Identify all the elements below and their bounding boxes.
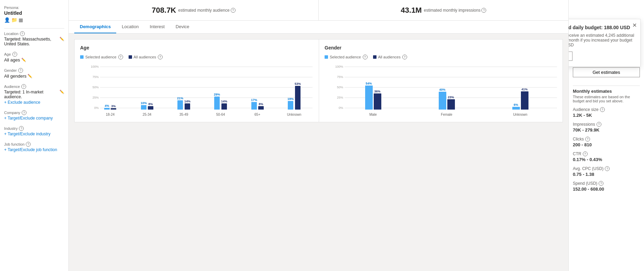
impressions-label: estimated monthly impressions ? <box>424 8 487 13</box>
age-value: All ages ✏️ <box>4 57 64 63</box>
person-icon: 👤 <box>4 17 10 23</box>
audience-number: 708.7K <box>152 6 176 15</box>
impressions-number: 43.1M <box>401 6 422 15</box>
impressions-metric-info-icon[interactable]: ? <box>481 8 486 13</box>
get-estimates-button[interactable]: Get estimates <box>573 67 640 77</box>
age-legend-all-info[interactable]: ? <box>158 55 163 59</box>
avg-cpc-label: Avg. CPC (USD) ? <box>573 166 640 171</box>
persona-icons: 👤 📁 ▦ <box>4 17 64 23</box>
age-bar-chart: 100% 75% 50% 25% 0% 4%3%10%8%21%14%29%14… <box>80 65 313 116</box>
spend-label: Spend (USD) ? <box>573 181 640 186</box>
jobfunction-info-icon[interactable]: ? <box>26 142 31 147</box>
audience-size-section: Audience size ? 1.2K - 5K <box>573 107 640 118</box>
audience-info-icon[interactable]: ? <box>21 84 26 89</box>
selected-dot <box>80 55 84 59</box>
impressions-section-value: 70K - 279.9K <box>573 127 640 133</box>
location-label: Location ? <box>4 31 64 36</box>
age-label: Age ? <box>4 52 64 57</box>
gender-label: Gender ? <box>4 68 64 73</box>
target-exclude-company-button[interactable]: + Target/Exclude company <box>4 116 64 121</box>
avg-cpc-info-icon[interactable]: ? <box>605 166 610 171</box>
persona-section: Persona: Untitled 👤 📁 ▦ <box>4 5 64 23</box>
ctr-section: CTR ? 0.17% - 0.43% <box>573 151 640 162</box>
spend-info-icon[interactable]: ? <box>599 181 603 186</box>
jobfunction-label: Job function ? <box>4 142 64 147</box>
age-legend-selected: Selected audience ? <box>80 55 123 59</box>
age-legend-all: All audiences ? <box>129 55 163 59</box>
age-edit-icon[interactable]: ✏️ <box>21 58 26 62</box>
age-chart-title: Age <box>80 45 313 50</box>
age-legend-selected-info[interactable]: ? <box>118 55 123 59</box>
industry-info-icon[interactable]: ? <box>19 126 24 131</box>
avg-cpc-value: 0.75 - 1.38 <box>573 172 640 177</box>
persona-label: Persona: <box>4 5 64 10</box>
audience-value: Targeted: 1 In-market audience. <box>4 90 58 99</box>
tab-demographics[interactable]: Demographics <box>74 21 116 33</box>
company-info-icon[interactable]: ? <box>22 110 26 115</box>
company-section: Company ? + Target/Exclude company <box>4 110 64 121</box>
location-info-icon[interactable]: ? <box>20 31 25 36</box>
gender-edit-icon[interactable]: ✏️ <box>28 74 32 78</box>
audience-size-value: 1.2K - 5K <box>573 113 640 118</box>
target-exclude-jobfunction-button[interactable]: + Target/Exclude job function <box>4 147 64 152</box>
age-chart-panel: Age Selected audience ? All audiences ? <box>75 39 318 122</box>
age-info-icon[interactable]: ? <box>12 52 17 57</box>
industry-section: Industry ? + Target/Exclude industry <box>4 126 64 136</box>
audience-metric: 708.7K estimated monthly audience ? <box>69 0 319 20</box>
industry-label: Industry ? <box>4 126 64 131</box>
spend-value: 152.00 - 608.00 <box>573 187 640 192</box>
avg-cpc-section: Avg. CPC (USD) ? 0.75 - 1.38 <box>573 166 640 177</box>
folder-icon: 📁 <box>11 17 17 23</box>
audience-size-info-icon[interactable]: ? <box>600 107 605 112</box>
all-dot <box>129 55 132 59</box>
impressions-metric: 43.1M estimated monthly impressions ? <box>319 0 568 20</box>
popup-close-button[interactable]: ✕ <box>632 22 637 29</box>
monthly-sub: These estimates are based on the budget … <box>573 95 640 103</box>
gender-info-icon[interactable]: ? <box>18 68 23 73</box>
audience-size-label: Audience size ? <box>573 107 640 112</box>
exclude-audience-button[interactable]: + Exclude audience <box>4 100 64 105</box>
audience-section: Audience ? Targeted: 1 In-market audienc… <box>4 84 64 105</box>
gender-chart-panel: Gender Selected audience ? All audiences… <box>319 39 563 122</box>
audience-edit-icon[interactable]: ✏️ <box>59 90 64 94</box>
apply-button[interactable]: ✓ Apply <box>568 52 572 61</box>
target-exclude-industry-button[interactable]: + Target/Exclude industry <box>4 132 64 136</box>
audience-metric-info-icon[interactable]: ? <box>231 8 236 13</box>
ctr-value: 0.17% - 0.43% <box>573 157 640 162</box>
popup-body: You could receive an estimated 4,245 add… <box>568 33 635 47</box>
clicks-value: 200 - 810 <box>573 142 640 147</box>
gender-chart-legend: Selected audience ? All audiences ? <box>325 55 557 59</box>
gender-legend-selected-info[interactable]: ? <box>363 55 368 59</box>
impressions-section-label: Impressions ? <box>573 122 640 127</box>
gender-value: All genders ✏️ <box>4 74 64 79</box>
gender-legend-all-info[interactable]: ? <box>402 55 407 59</box>
impressions-section: Impressions ? 70K - 279.9K <box>573 122 640 133</box>
charts-row: Age Selected audience ? All audiences ? <box>74 39 563 122</box>
tabs-bar: Demographics Location Interest Device <box>69 21 568 34</box>
gender-section: Gender ? All genders ✏️ <box>4 68 64 79</box>
gender-legend-selected: Selected audience ? <box>325 55 368 59</box>
gender-bar-chart: 100% 75% 50% 25% 0% 54%36%40%23%6%41% Ma… <box>325 65 557 116</box>
clicks-section: Clicks ? 200 - 810 <box>573 137 640 147</box>
location-section: Location ? Targeted: Massachusetts, Unit… <box>4 31 64 46</box>
tab-interest[interactable]: Interest <box>144 21 170 33</box>
main-content: 708.7K estimated monthly audience ? 43.1… <box>69 0 568 271</box>
impressions-info-icon[interactable]: ? <box>597 122 601 127</box>
budget-popup: ✕ Suggested daily budget: 188.00 USD You… <box>568 19 641 67</box>
spend-section: Spend (USD) ? 152.00 - 608.00 <box>573 181 640 192</box>
ctr-info-icon[interactable]: ? <box>583 151 588 156</box>
clicks-info-icon[interactable]: ? <box>585 137 590 142</box>
monthly-title: Monthly estimates <box>573 89 640 94</box>
sidebar: Persona: Untitled 👤 📁 ▦ Location ? Targe… <box>0 0 69 271</box>
right-panel: ✕ Suggested daily budget: 188.00 USD You… <box>568 0 644 271</box>
clicks-label: Clicks ? <box>573 137 640 142</box>
audience-label: estimated monthly audience ? <box>178 8 235 13</box>
gender-chart-title: Gender <box>325 45 557 50</box>
gender-all-dot <box>373 55 376 59</box>
company-label: Company ? <box>4 110 64 115</box>
location-edit-icon[interactable]: ✏️ <box>59 37 64 41</box>
charts-area: Age Selected audience ? All audiences ? <box>69 34 568 271</box>
tab-location[interactable]: Location <box>116 21 144 33</box>
gender-legend-all: All audiences ? <box>373 55 407 59</box>
tab-device[interactable]: Device <box>170 21 195 33</box>
